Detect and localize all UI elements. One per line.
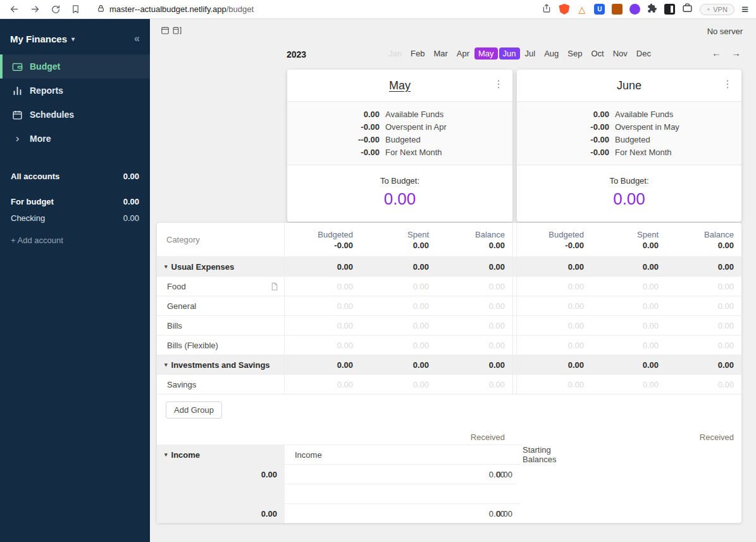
category-name-cell[interactable]: General — [157, 296, 285, 315]
month-apr[interactable]: Apr — [453, 47, 473, 60]
back-icon[interactable] — [9, 4, 20, 15]
income-total-cell: 0.00 — [157, 464, 285, 484]
balance-cell[interactable]: 0.00 — [666, 296, 741, 315]
forward-icon[interactable] — [30, 4, 40, 15]
spent-cell[interactable]: 0.00 — [592, 335, 666, 355]
month-sep[interactable]: Sep — [564, 47, 586, 60]
prev-month-icon[interactable]: ← — [712, 47, 721, 58]
category-name-cell[interactable]: Starting Balances — [512, 444, 523, 464]
balance-cell[interactable]: 0.00 — [666, 335, 741, 355]
bookmark-icon[interactable] — [71, 4, 80, 14]
budgeted-cell[interactable]: 0.00 — [285, 335, 361, 355]
spent-cell[interactable]: 0.00 — [361, 276, 437, 296]
browser-menu-icon[interactable]: ≡ — [741, 3, 748, 15]
balance-cell[interactable]: 0.00 — [437, 335, 512, 355]
wallet-icon — [12, 61, 23, 72]
to-budget-value[interactable]: 0.00 — [287, 189, 512, 209]
month-may[interactable]: May — [474, 47, 498, 60]
sidebar-item-more[interactable]: › More — [0, 127, 150, 151]
budgeted-cell[interactable]: 0.00 — [285, 276, 361, 296]
year-label: 2023 — [287, 49, 306, 60]
spent-cell[interactable]: 0.00 — [361, 335, 437, 355]
orange-extension-icon[interactable] — [612, 4, 623, 15]
dark-extension-icon[interactable] — [664, 4, 675, 15]
vpn-pill[interactable]: ●VPN — [700, 4, 734, 15]
one-month-view-icon[interactable] — [161, 26, 170, 35]
balance-cell[interactable]: 0.00 — [666, 315, 741, 335]
sidebar-item-budget[interactable]: Budget — [0, 54, 150, 79]
server-status-button[interactable]: No server — [707, 27, 743, 36]
blue-extension-icon[interactable]: U — [594, 4, 605, 15]
budgeted-cell[interactable]: 0.00 — [285, 296, 361, 315]
balance-cell[interactable]: 0.00 — [666, 374, 741, 394]
month-jan[interactable]: Jan — [385, 47, 406, 60]
account-row-checking[interactable]: Checking 0.00 — [0, 210, 150, 226]
budgeted-cell[interactable]: 0.00 — [517, 276, 592, 296]
category-name-cell[interactable]: Bills — [157, 315, 285, 335]
month-feb[interactable]: Feb — [407, 47, 428, 60]
balance-cell[interactable]: 0.00 — [437, 315, 512, 335]
month-menu-icon[interactable]: ⋮ — [493, 78, 504, 90]
to-budget-value[interactable]: 0.00 — [517, 189, 741, 209]
spent-cell[interactable]: 0.00 — [361, 374, 437, 394]
url-host: master--actualbudget.netlify.app — [109, 4, 226, 14]
month-menu-icon[interactable]: ⋮ — [722, 78, 733, 90]
all-accounts-row[interactable]: All accounts 0.00 — [0, 168, 150, 184]
add-account-button[interactable]: + Add account — [0, 236, 150, 245]
balance-column-header: Balance0.00 — [666, 223, 741, 256]
group-name-cell[interactable]: ▾Investments and Savings — [157, 355, 285, 374]
sidebar-item-schedules[interactable]: Schedules — [0, 103, 150, 127]
month-nov[interactable]: Nov — [609, 47, 631, 60]
collapse-triangle-icon[interactable]: ▾ — [164, 362, 168, 368]
month-dec[interactable]: Dec — [633, 47, 655, 60]
spent-cell[interactable]: 0.00 — [592, 296, 666, 315]
month-aug[interactable]: Aug — [540, 47, 562, 60]
add-group-button[interactable]: Add Group — [166, 401, 222, 419]
income-table: ▾Income 0.00 0.00 Income 0.00 0.00 Start… — [157, 444, 741, 523]
triangle-extension-icon[interactable]: △ — [576, 4, 587, 15]
spent-cell[interactable]: 0.00 — [592, 374, 666, 394]
month-jul[interactable]: Jul — [521, 47, 540, 60]
group-name-cell[interactable]: ▾Income — [157, 444, 285, 464]
category-name-cell[interactable]: Income — [285, 444, 512, 464]
spent-cell[interactable]: 0.00 — [592, 276, 666, 296]
collapse-triangle-icon[interactable]: ▾ — [164, 263, 168, 270]
shield-extension-icon[interactable] — [559, 4, 569, 15]
budgeted-cell[interactable]: 0.00 — [517, 335, 592, 355]
budgeted-cell[interactable]: 0.00 — [285, 315, 361, 335]
two-month-view-icon[interactable] — [173, 26, 182, 35]
balance-cell[interactable]: 0.00 — [666, 276, 741, 296]
budgeted-cell[interactable]: 0.00 — [285, 374, 361, 394]
sidebar-item-reports[interactable]: Reports — [0, 79, 150, 103]
next-month-icon[interactable]: → — [731, 47, 741, 58]
category-name-cell[interactable]: Savings — [157, 374, 285, 394]
spent-cell[interactable]: 0.00 — [361, 315, 437, 335]
category-name-cell[interactable]: Food — [157, 276, 285, 296]
collapse-triangle-icon[interactable]: ▾ — [164, 451, 168, 458]
category-name-cell[interactable]: Bills (Flexible) — [157, 335, 285, 355]
balance-cell[interactable]: 0.00 — [437, 374, 512, 394]
month-title[interactable]: May — [389, 79, 411, 92]
puzzle-extension-icon[interactable] — [647, 3, 657, 16]
balance-cell[interactable]: 0.00 — [437, 276, 512, 296]
spent-cell[interactable]: 0.00 — [361, 296, 437, 315]
month-mar[interactable]: Mar — [430, 47, 451, 60]
note-icon[interactable] — [270, 282, 278, 291]
budgeted-cell[interactable]: 0.00 — [517, 296, 592, 315]
month-jun[interactable]: Jun — [499, 47, 520, 60]
reload-icon[interactable] — [51, 4, 61, 15]
month-title[interactable]: June — [617, 79, 641, 92]
card-extension-icon[interactable] — [682, 3, 693, 16]
balance-cell[interactable]: 0.00 — [437, 296, 512, 315]
budgeted-cell[interactable]: 0.00 — [517, 315, 592, 335]
group-name-cell[interactable]: ▾Usual Expenses — [157, 256, 285, 276]
for-budget-row[interactable]: For budget 0.00 — [0, 194, 150, 210]
share-icon[interactable] — [542, 3, 552, 16]
month-oct[interactable]: Oct — [587, 47, 607, 60]
budget-file-selector[interactable]: My Finances ▾ « — [0, 28, 150, 47]
budgeted-cell[interactable]: 0.00 — [517, 374, 592, 394]
address-bar[interactable]: master--actualbudget.netlify.app/budget — [97, 4, 542, 15]
collapse-sidebar-icon[interactable]: « — [134, 33, 140, 44]
spent-cell[interactable]: 0.00 — [592, 315, 666, 335]
purple-extension-icon[interactable] — [629, 4, 640, 15]
